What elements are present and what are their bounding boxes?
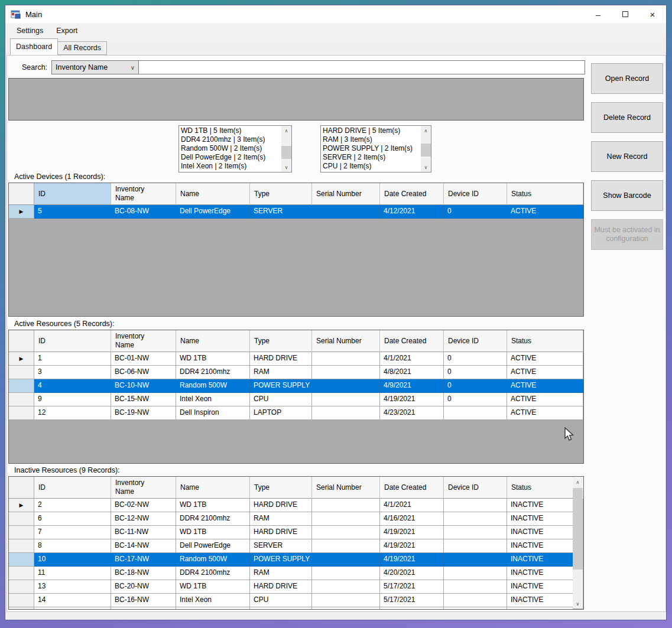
grid-cell[interactable] bbox=[444, 499, 507, 512]
grid-cell[interactable]: ACTIVE bbox=[507, 379, 583, 393]
scroll-down-icon[interactable]: ∨ bbox=[573, 599, 583, 609]
table-row[interactable]: ▶5BC-08-NWDell PowerEdgeSERVER4/12/20210… bbox=[9, 205, 583, 219]
grid-column-header[interactable]: Type bbox=[250, 477, 312, 499]
row-header-cell[interactable] bbox=[9, 366, 34, 379]
tab-dashboard[interactable]: Dashboard bbox=[10, 38, 58, 55]
grid-cell[interactable] bbox=[444, 553, 507, 567]
scroll-down-icon[interactable]: ∨ bbox=[421, 162, 431, 172]
inactive-resources-grid[interactable]: IDInventory NameNameTypeSerial NumberDat… bbox=[8, 476, 584, 610]
list-item[interactable]: POWER SUPPLY | 2 Item(s) bbox=[323, 144, 421, 153]
row-header-cell[interactable] bbox=[9, 580, 34, 594]
row-header-cell[interactable] bbox=[9, 406, 34, 420]
grid-cell[interactable]: WD 1TB bbox=[176, 607, 250, 610]
grid-cell[interactable] bbox=[312, 594, 380, 607]
grid-cell[interactable]: BC-11-NW bbox=[111, 526, 176, 539]
grid-cell[interactable]: BC-08-NW bbox=[111, 205, 176, 219]
grid-cell[interactable]: INACTIVE bbox=[507, 567, 573, 580]
row-header-cell[interactable] bbox=[9, 526, 34, 539]
grid-cell[interactable]: 4/16/2021 bbox=[380, 512, 444, 526]
grid-column-header[interactable]: Status bbox=[507, 477, 573, 499]
grid-cell[interactable] bbox=[312, 567, 380, 580]
grid-cell[interactable]: 4/19/2021 bbox=[380, 393, 444, 406]
row-header-cell[interactable] bbox=[9, 539, 34, 553]
search-input[interactable] bbox=[138, 60, 585, 74]
grid-cell[interactable]: INACTIVE bbox=[507, 594, 573, 607]
grid-cell[interactable]: ACTIVE bbox=[507, 366, 583, 379]
minimize-button[interactable]: – bbox=[585, 5, 612, 23]
grid-column-header[interactable]: Device ID bbox=[444, 183, 507, 205]
grid-cell[interactable]: HARD DRIVE bbox=[250, 526, 312, 539]
table-row[interactable]: 13BC-20-NWWD 1TBHARD DRIVE5/17/2021INACT… bbox=[9, 580, 583, 594]
grid-cell[interactable]: INACTIVE bbox=[507, 553, 573, 567]
grid-column-header[interactable]: Date Created bbox=[380, 330, 444, 352]
grid-cell[interactable]: BC-13-NW bbox=[111, 607, 176, 610]
grid-cell[interactable] bbox=[444, 526, 507, 539]
grid-column-header[interactable]: ID bbox=[34, 330, 111, 352]
row-header-cell[interactable]: ▶ bbox=[9, 205, 34, 219]
grid-cell[interactable]: 4/1/2021 bbox=[380, 352, 444, 366]
grid-cell[interactable]: 5 bbox=[34, 205, 111, 219]
grid-cell[interactable]: Random 500W bbox=[176, 379, 250, 393]
row-header-cell[interactable] bbox=[9, 607, 34, 610]
grid-cell[interactable]: 0 bbox=[444, 352, 507, 366]
grid-cell[interactable]: POWER SUPPLY bbox=[250, 553, 312, 567]
grid-cell[interactable]: 0 bbox=[444, 393, 507, 406]
grid-cell[interactable]: 4 bbox=[34, 379, 111, 393]
vertical-scrollbar[interactable]: ∧∨ bbox=[421, 126, 431, 172]
grid-cell[interactable]: Random 500W bbox=[176, 553, 250, 567]
grid-cell[interactable]: 1 bbox=[34, 352, 111, 366]
grid-cell[interactable]: WD 1TB bbox=[176, 352, 250, 366]
grid-cell[interactable]: WD 1TB bbox=[176, 580, 250, 594]
summary-by-type-listbox[interactable]: HARD DRIVE | 5 Item(s)RAM | 3 Item(s)POW… bbox=[320, 125, 431, 173]
grid-corner-cell[interactable] bbox=[9, 477, 34, 499]
grid-cell[interactable] bbox=[312, 512, 380, 526]
table-row[interactable]: 6BC-12-NWDDR4 2100mhzRAM4/16/2021INACTIV… bbox=[9, 512, 583, 526]
row-header-cell[interactable] bbox=[9, 393, 34, 406]
scroll-down-icon[interactable]: ∨ bbox=[281, 162, 291, 172]
grid-cell[interactable]: 4/1/2021 bbox=[380, 499, 444, 512]
search-filter-dropdown[interactable]: Inventory Name ∨ bbox=[51, 60, 139, 74]
grid-cell[interactable]: 7 bbox=[34, 526, 111, 539]
scrollbar-track[interactable] bbox=[281, 135, 291, 162]
grid-cell[interactable]: 13 bbox=[34, 580, 111, 594]
grid-cell[interactable] bbox=[312, 205, 380, 219]
grid-cell[interactable]: BC-14-NW bbox=[111, 539, 176, 553]
vertical-scrollbar[interactable]: ∧∨ bbox=[573, 477, 583, 609]
grid-cell[interactable] bbox=[312, 499, 380, 512]
grid-cell[interactable]: INACTIVE bbox=[507, 512, 573, 526]
grid-cell[interactable]: CPU bbox=[250, 594, 312, 607]
grid-cell[interactable]: 10 bbox=[34, 553, 111, 567]
grid-cell[interactable]: DDR4 2100mhz bbox=[176, 512, 250, 526]
grid-cell[interactable]: ACTIVE bbox=[507, 205, 583, 219]
grid-column-header[interactable]: Serial Number bbox=[312, 330, 380, 352]
grid-cell[interactable] bbox=[312, 379, 380, 393]
table-row[interactable]: 14BC-16-NWIntel XeonCPU5/17/2021INACTIVE bbox=[9, 594, 583, 607]
grid-cell[interactable]: 12 bbox=[34, 406, 111, 420]
table-row[interactable]: 3BC-06-NWDDR4 2100mhzRAM4/8/20210ACTIVE bbox=[9, 366, 583, 379]
open-record-button[interactable]: Open Record bbox=[591, 63, 663, 94]
grid-cell[interactable]: BC-20-NW bbox=[111, 580, 176, 594]
grid-cell[interactable]: 5/17/2021 bbox=[380, 580, 444, 594]
grid-cell[interactable]: BC-06-NW bbox=[111, 366, 176, 379]
grid-column-header[interactable]: Name bbox=[176, 330, 250, 352]
grid-cell[interactable]: ACTIVE bbox=[507, 406, 583, 420]
grid-cell[interactable]: 0 bbox=[444, 379, 507, 393]
row-header-cell[interactable] bbox=[9, 379, 34, 393]
grid-column-header[interactable]: Inventory Name bbox=[111, 183, 176, 205]
menu-settings[interactable]: Settings bbox=[10, 24, 50, 37]
grid-cell[interactable] bbox=[444, 539, 507, 553]
grid-cell[interactable]: INACTIVE bbox=[507, 580, 573, 594]
grid-column-header[interactable]: Status bbox=[507, 330, 583, 352]
grid-cell[interactable]: HARD DRIVE bbox=[250, 352, 312, 366]
grid-cell[interactable]: 4/19/2021 bbox=[380, 526, 444, 539]
grid-cell[interactable]: SERVER bbox=[250, 205, 312, 219]
grid-cell[interactable]: POWER SUPPLY bbox=[250, 379, 312, 393]
grid-cell[interactable]: 6 bbox=[34, 512, 111, 526]
grid-cell[interactable]: 4/19/2021 bbox=[380, 539, 444, 553]
grid-cell[interactable]: 0 bbox=[444, 205, 507, 219]
grid-cell[interactable]: DDR4 2100mhz bbox=[176, 366, 250, 379]
grid-cell[interactable]: BC-10-NW bbox=[111, 379, 176, 393]
grid-cell[interactable]: BC-17-NW bbox=[111, 553, 176, 567]
table-row[interactable]: 10BC-17-NWRandom 500WPOWER SUPPLY4/19/20… bbox=[9, 553, 583, 567]
grid-corner-cell[interactable] bbox=[9, 183, 34, 205]
